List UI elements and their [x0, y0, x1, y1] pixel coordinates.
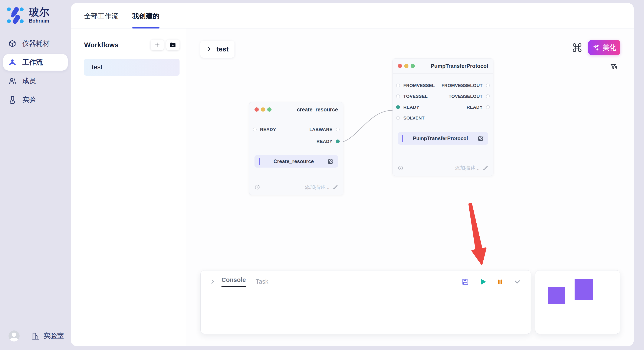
info-icon[interactable] — [398, 165, 403, 171]
output-port-labware: LABWARE — [310, 127, 340, 132]
workflow-list-item[interactable]: test — [84, 59, 180, 76]
experiment-icon — [8, 95, 17, 104]
port-row: FROMVESSEL FROMVESSELOUT — [393, 80, 493, 91]
port-row: READY LABWARE — [250, 124, 343, 136]
tab-console[interactable]: Console — [222, 276, 246, 287]
workflows-title: Workflows — [84, 41, 118, 49]
port-handle[interactable] — [253, 128, 256, 131]
output-port-tovesselout: TOVESSELOUT — [449, 94, 490, 99]
port-handle[interactable] — [486, 94, 490, 98]
collapse-console-button[interactable] — [514, 278, 521, 286]
pencil-icon — [482, 165, 488, 171]
port-row: TOVESSEL TOVESSELOUT — [393, 91, 493, 102]
workflow-breadcrumb[interactable]: test — [200, 41, 234, 58]
pause-icon — [497, 279, 503, 285]
node-title: create_resource — [297, 107, 338, 113]
output-port-fromvesselout: FROMVESSELOUT — [442, 83, 490, 88]
instruments-box-icon — [8, 39, 17, 48]
port-handle-connected[interactable] — [336, 140, 340, 143]
add-description[interactable]: 添加描述... — [305, 184, 338, 190]
port-row: READY — [250, 136, 343, 147]
port-row: SOLVENT — [393, 113, 493, 123]
tab-task[interactable]: Task — [256, 278, 268, 285]
step-name-pill: Create_resource — [254, 155, 338, 168]
node-title: PumpTransferProtocol — [431, 63, 488, 69]
workflow-icon — [8, 58, 17, 67]
beautify-label: 美化 — [603, 43, 616, 52]
pause-button[interactable] — [497, 279, 503, 285]
output-port-ready: READY — [316, 139, 340, 144]
edit-icon[interactable] — [478, 135, 484, 142]
add-description[interactable]: 添加描述... — [455, 165, 488, 172]
minimap-node — [574, 279, 593, 300]
tab-created-by-me[interactable]: 我创建的 — [132, 11, 160, 28]
sparkles-icon — [592, 44, 600, 51]
sidebar-item-members[interactable]: 成员 — [3, 73, 68, 89]
port-handle[interactable] — [486, 84, 490, 87]
filter-funnel-icon — [610, 62, 618, 71]
user-avatar[interactable] — [8, 331, 20, 342]
port-row: READY READY — [393, 102, 493, 113]
annotation-arrow — [469, 204, 486, 264]
workflow-list-panel: Workflows test — [71, 28, 186, 346]
input-port-tovessel: TOVESSEL — [396, 94, 428, 99]
play-icon — [480, 278, 486, 285]
port-handle-connected[interactable] — [396, 105, 400, 109]
node-create-resource[interactable]: create_resource READY LABWARE — [249, 102, 343, 195]
main-panel: 全部工作流 我创建的 Workflows — [71, 3, 634, 346]
sidebar-item-workflow[interactable]: 工作流 — [3, 54, 68, 71]
bohrium-logo-icon — [6, 6, 24, 24]
workflow-canvas[interactable]: test 美化 — [186, 28, 634, 346]
logo-subtitle: Bohrium — [29, 18, 50, 24]
logo: 玻尔 Bohrium — [0, 0, 71, 24]
step-name-pill: PumpTransferProtocol — [398, 132, 488, 145]
sidebar-item-instruments[interactable]: 仪器耗材 — [3, 35, 68, 52]
chevron-right-icon — [206, 46, 212, 52]
top-tabbar: 全部工作流 我创建的 — [71, 3, 634, 28]
input-port-ready: READY — [253, 127, 276, 132]
port-handle[interactable] — [336, 128, 340, 131]
input-port-solvent: SOLVENT — [396, 116, 425, 121]
filter-button[interactable] — [609, 62, 619, 72]
tab-all-workflows[interactable]: 全部工作流 — [84, 11, 118, 28]
pencil-icon — [332, 184, 338, 190]
import-workflow-button[interactable] — [166, 39, 180, 50]
edit-icon[interactable] — [327, 158, 334, 165]
input-port-ready: READY — [396, 105, 419, 110]
port-handle[interactable] — [396, 94, 400, 98]
add-workflow-button[interactable] — [150, 39, 164, 50]
port-handle[interactable] — [396, 84, 400, 87]
command-icon — [572, 42, 582, 53]
traffic-dots-icon — [254, 107, 272, 112]
minimap-node — [548, 287, 565, 304]
save-button[interactable] — [462, 278, 469, 286]
sidebar: 玻尔 Bohrium 仪器耗材 工作流 — [0, 0, 71, 350]
members-icon — [8, 77, 17, 85]
plus-icon — [154, 42, 160, 48]
layout-command-button[interactable] — [571, 42, 583, 54]
sidebar-item-experiment[interactable]: 实验 — [3, 91, 68, 108]
sidebar-nav: 仪器耗材 工作流 成员 — [0, 35, 71, 108]
port-handle[interactable] — [486, 105, 490, 109]
traffic-dots-icon — [398, 64, 415, 68]
info-icon[interactable] — [254, 184, 260, 190]
connection-edge — [337, 110, 392, 143]
lab-switcher[interactable]: 实验室 — [32, 331, 64, 341]
port-handle[interactable] — [396, 116, 400, 120]
node-pump-transfer-protocol[interactable]: PumpTransferProtocol FROMVESSEL FROMVESS… — [392, 58, 494, 176]
save-icon — [462, 278, 469, 286]
input-port-fromvessel: FROMVESSEL — [396, 83, 435, 88]
beautify-button[interactable]: 美化 — [588, 40, 620, 55]
folder-import-icon — [170, 41, 176, 48]
building-icon — [32, 332, 40, 340]
run-button[interactable] — [480, 278, 486, 285]
output-port-ready: READY — [466, 105, 490, 110]
console-panel: Console Task — [200, 270, 531, 334]
expand-chevron-icon[interactable] — [210, 279, 216, 285]
minimap[interactable] — [535, 270, 620, 334]
logo-title: 玻尔 — [29, 7, 50, 17]
chevron-down-icon — [514, 278, 521, 286]
